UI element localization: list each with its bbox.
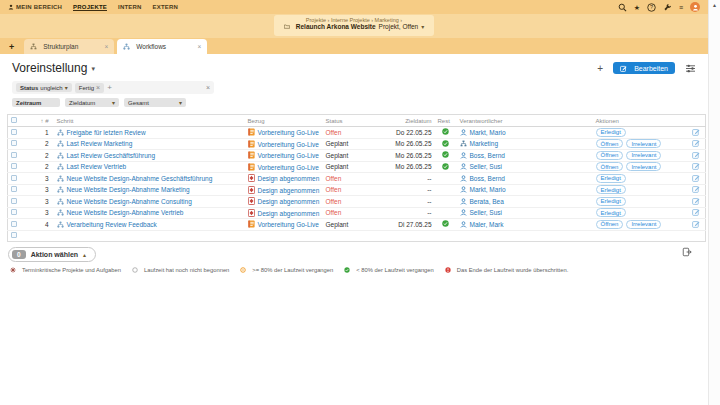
- edit-row-icon[interactable]: [692, 164, 700, 171]
- row-checkbox[interactable]: [11, 198, 17, 204]
- reference-link[interactable]: Vorbereitung Go-Live: [258, 164, 319, 171]
- step-link[interactable]: Last Review Vertrieb: [67, 163, 127, 170]
- clear-filter-icon[interactable]: ×: [206, 84, 210, 91]
- action--ffnen-button[interactable]: Öffnen: [596, 139, 624, 148]
- hamburger-menu-icon[interactable]: ≡: [679, 4, 683, 11]
- scroll-up-icon[interactable]: ▴: [713, 1, 716, 8]
- favorites-star-icon[interactable]: ★: [634, 4, 640, 11]
- menu-item-intern[interactable]: INTERN: [118, 4, 142, 10]
- preset-dropdown[interactable]: Voreinstellung ▾: [12, 61, 95, 75]
- reference-link[interactable]: Design abgenommen: [258, 198, 320, 205]
- action-erledigt-button[interactable]: Erledigt: [596, 174, 626, 183]
- col-zieldatum[interactable]: Zieldatum: [389, 115, 435, 127]
- edit-row-icon[interactable]: [692, 153, 700, 160]
- col-status[interactable]: Status: [323, 115, 389, 127]
- reference-link[interactable]: Design abgenommen: [258, 187, 320, 194]
- row-checkbox[interactable]: [11, 152, 17, 158]
- menu-item-extern[interactable]: EXTERN: [153, 4, 179, 10]
- owner-link[interactable]: Seller, Susi: [470, 163, 503, 170]
- col-verantwortlicher[interactable]: Verantwortlicher: [457, 115, 593, 127]
- action-irrelevant-button[interactable]: Irrelevant: [626, 220, 661, 229]
- step-link[interactable]: Last Review Marketing: [67, 140, 133, 147]
- edit-row-icon[interactable]: [692, 222, 700, 229]
- tab-workflows[interactable]: Workflows×: [117, 39, 207, 54]
- current-project[interactable]: Relaunch Arkona Website Projekt, Offen ▾: [284, 23, 424, 30]
- sort-ascending-icon[interactable]: ↑: [40, 118, 43, 124]
- context-selector[interactable]: Projekte › Interne Projekte › Marketing …: [274, 15, 434, 36]
- filter-zieldatum-dropdown[interactable]: Zieldatum ▾: [65, 98, 119, 107]
- add-item-button[interactable]: +: [597, 63, 603, 74]
- edit-button[interactable]: Bearbeiten: [613, 62, 675, 74]
- edit-row-icon[interactable]: [692, 141, 700, 148]
- row-checkbox[interactable]: [11, 140, 17, 146]
- avatar[interactable]: [690, 2, 700, 12]
- menu-item-mein-bereich[interactable]: MEIN BEREICH: [8, 4, 62, 10]
- action--ffnen-button[interactable]: Öffnen: [596, 151, 624, 160]
- row-checkbox[interactable]: [11, 232, 17, 238]
- action-erledigt-button[interactable]: Erledigt: [596, 197, 626, 206]
- action-irrelevant-button[interactable]: Irrelevant: [626, 139, 661, 148]
- select-all-checkbox[interactable]: [11, 117, 17, 123]
- action-select-button[interactable]: 0 Aktion wählen ▴: [8, 247, 96, 262]
- reference-link[interactable]: Vorbereitung Go-Live: [258, 221, 319, 228]
- filter-value-chip[interactable]: Fertig ×: [75, 83, 104, 93]
- col-bezug[interactable]: Bezug: [245, 115, 323, 127]
- action-erledigt-button[interactable]: Erledigt: [596, 185, 626, 194]
- add-tab-button[interactable]: +: [9, 42, 14, 52]
- action-erledigt-button[interactable]: Erledigt: [596, 128, 626, 137]
- step-link[interactable]: Neue Website Design-Abnahme Marketing: [67, 186, 190, 193]
- col-rest[interactable]: Rest: [435, 115, 457, 127]
- action--ffnen-button[interactable]: Öffnen: [596, 162, 624, 171]
- add-filter-button[interactable]: +: [107, 84, 112, 92]
- tab-strukturplan[interactable]: Strukturplan×: [24, 39, 114, 54]
- edit-row-icon[interactable]: [692, 130, 700, 137]
- row-checkbox[interactable]: [11, 163, 17, 169]
- col-schritt[interactable]: Schritt: [54, 115, 245, 127]
- action-erledigt-button[interactable]: Erledigt: [596, 208, 626, 217]
- action-irrelevant-button[interactable]: Irrelevant: [626, 162, 661, 171]
- reference-link[interactable]: Design abgenommen: [258, 210, 320, 217]
- step-link[interactable]: Freigabe für letzten Review: [67, 129, 146, 136]
- row-checkbox[interactable]: [11, 129, 17, 135]
- step-link[interactable]: Neue Website Design-Abnahme Consulting: [67, 198, 192, 205]
- owner-link[interactable]: Boss, Bernd: [470, 175, 505, 182]
- menu-item-projekte[interactable]: PROJEKTE: [73, 4, 107, 11]
- row-checkbox[interactable]: [11, 209, 17, 215]
- row-checkbox[interactable]: [11, 221, 17, 227]
- page-scrollbar[interactable]: ▴: [708, 0, 720, 405]
- owner-link[interactable]: Boss, Bernd: [470, 152, 505, 159]
- step-link[interactable]: Last Review Geschäftsführung: [67, 152, 156, 159]
- owner-link[interactable]: Markt, Mario: [470, 129, 506, 136]
- filter-status-field[interactable]: Status ungleich ▾: [16, 83, 72, 92]
- row-checkbox[interactable]: [11, 186, 17, 192]
- owner-link[interactable]: Seller, Susi: [470, 209, 503, 216]
- owner-link[interactable]: Markt, Mario: [470, 186, 506, 193]
- reference-link[interactable]: Vorbereitung Go-Live: [258, 152, 319, 159]
- edit-row-icon[interactable]: [692, 187, 700, 194]
- row-checkbox[interactable]: [11, 175, 17, 181]
- owner-link[interactable]: Marketing: [470, 140, 499, 147]
- tools-icon[interactable]: [663, 3, 672, 12]
- edit-row-icon[interactable]: [692, 199, 700, 206]
- filter-zeitraum-label[interactable]: Zeitraum: [12, 98, 60, 107]
- step-link[interactable]: Neue Website Design-Abnahme Vertrieb: [67, 209, 184, 216]
- help-icon[interactable]: ?: [647, 3, 656, 12]
- close-tab-icon[interactable]: ×: [104, 43, 108, 50]
- search-icon[interactable]: [618, 3, 627, 12]
- action--ffnen-button[interactable]: Öffnen: [596, 220, 624, 229]
- reference-link[interactable]: Vorbereitung Go-Live: [258, 129, 319, 136]
- export-icon[interactable]: [682, 247, 692, 257]
- step-link[interactable]: Verarbeitung Review Feedback: [67, 221, 157, 228]
- edit-row-icon[interactable]: [692, 176, 700, 183]
- view-settings-icon[interactable]: [685, 64, 696, 73]
- remove-filter-icon[interactable]: ×: [96, 84, 100, 91]
- reference-link[interactable]: Vorbereitung Go-Live: [258, 141, 319, 148]
- filter-gesamt-dropdown[interactable]: Gesamt ▾: [124, 98, 186, 107]
- step-link[interactable]: Neue Website Design-Abnahme Geschäftsfüh…: [67, 175, 213, 182]
- edit-row-icon[interactable]: [692, 210, 700, 217]
- col-aktionen[interactable]: Aktionen: [593, 115, 688, 127]
- close-tab-icon[interactable]: ×: [197, 43, 201, 50]
- col-number[interactable]: #: [45, 118, 48, 124]
- reference-link[interactable]: Design abgenommen: [258, 175, 320, 182]
- action-irrelevant-button[interactable]: Irrelevant: [626, 151, 661, 160]
